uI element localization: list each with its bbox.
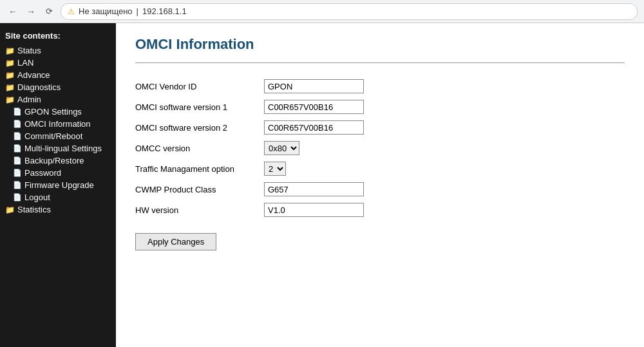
sidebar-item-label: Password (24, 168, 61, 178)
sidebar-item-commit-reboot[interactable]: 📄 Commit/Reboot (0, 130, 116, 142)
sidebar-item-logout[interactable]: 📄 Logout (0, 191, 116, 203)
hw-version-input[interactable] (264, 203, 364, 217)
field-label-hw-version: HW version (135, 200, 264, 220)
folder-icon: 📁 (5, 46, 15, 55)
sidebar-item-label: GPON Settings (24, 107, 82, 117)
table-row: HW version (135, 200, 370, 220)
file-icon: 📄 (13, 156, 22, 165)
table-row: OMCI software version 2 (135, 117, 370, 138)
traffic-management-select[interactable]: 2 (264, 162, 286, 176)
sidebar-item-label: OMCI Information (24, 119, 91, 129)
sidebar-item-firmware-upgrade[interactable]: 📄 Firmware Upgrade (0, 179, 116, 191)
page-container: Site contents: 📁 Status 📁 LAN 📁 Advance … (0, 23, 644, 347)
sidebar-item-label: Status (17, 46, 41, 55)
apply-changes-container: Apply Changes (135, 220, 625, 250)
omci-sw-version2-input[interactable] (264, 120, 364, 135)
sidebar-item-label: Diagnostics (17, 82, 61, 92)
file-icon: 📄 (13, 132, 22, 140)
field-label-omci-sw-v2: OMCI software version 2 (135, 117, 264, 138)
sidebar-item-multilingual[interactable]: 📄 Multi-lingual Settings (0, 142, 116, 155)
reload-button[interactable]: ⟳ (43, 5, 55, 18)
table-row: OMCC version 0x80 (135, 138, 370, 158)
table-row: CWMP Product Class (135, 179, 370, 200)
address-separator: | (137, 6, 138, 16)
table-row: Traffic Managament option 2 (135, 158, 370, 179)
sidebar-item-password[interactable]: 📄 Password (0, 167, 116, 179)
folder-icon: 📁 (5, 205, 15, 214)
sidebar-item-statistics[interactable]: 📁 Statistics (0, 203, 116, 216)
address-url[interactable]: 192.168.1.1 (142, 6, 187, 16)
folder-icon: 📁 (5, 59, 15, 68)
sidebar-item-label: LAN (17, 58, 33, 68)
file-icon: 📄 (13, 169, 22, 177)
folder-icon: 📁 (5, 71, 15, 80)
sidebar-title: Site contents: (0, 28, 116, 44)
sidebar-item-advance[interactable]: 📁 Advance (0, 69, 116, 81)
sidebar-item-label: Admin (17, 95, 41, 104)
sidebar-item-label: Commit/Reboot (24, 131, 82, 141)
sidebar-item-admin[interactable]: 📁 Admin (0, 93, 116, 106)
table-row: OMCI software version 1 (135, 97, 370, 117)
cwmp-product-class-input[interactable] (264, 182, 364, 196)
address-bar: ⚠ Не защищено | 192.168.1.1 (61, 3, 638, 20)
sidebar: Site contents: 📁 Status 📁 LAN 📁 Advance … (0, 23, 116, 347)
folder-icon: 📁 (5, 95, 15, 104)
file-icon: 📄 (13, 144, 22, 153)
security-warning-icon: ⚠ (68, 7, 75, 16)
sidebar-item-label: Statistics (17, 205, 51, 214)
main-content: OMCI Information OMCI Vendor ID OMCI sof… (116, 23, 644, 347)
form-table: OMCI Vendor ID OMCI software version 1 O… (135, 76, 370, 220)
sidebar-item-gpon-settings[interactable]: 📄 GPON Settings (0, 106, 116, 118)
sidebar-item-backup-restore[interactable]: 📄 Backup/Restore (0, 155, 116, 167)
omcc-version-select[interactable]: 0x80 (264, 141, 299, 155)
divider (135, 62, 625, 63)
sidebar-item-label: Logout (24, 192, 50, 202)
forward-button[interactable]: → (24, 5, 37, 18)
sidebar-item-label: Advance (17, 70, 50, 80)
apply-changes-button[interactable]: Apply Changes (135, 233, 216, 250)
sidebar-item-omci-information[interactable]: 📄 OMCI Information (0, 118, 116, 130)
file-icon: 📄 (13, 181, 22, 189)
browser-chrome: ← → ⟳ ⚠ Не защищено | 192.168.1.1 (0, 0, 644, 23)
sidebar-item-lan[interactable]: 📁 LAN (0, 57, 116, 69)
folder-icon: 📁 (5, 83, 15, 92)
back-button[interactable]: ← (6, 5, 19, 18)
sidebar-item-label: Firmware Upgrade (24, 180, 94, 190)
field-label-cwmp-product-class: CWMP Product Class (135, 179, 264, 200)
sidebar-item-status[interactable]: 📁 Status (0, 44, 116, 57)
sidebar-item-label: Backup/Restore (24, 156, 84, 165)
file-icon: 📄 (13, 108, 22, 116)
page-title: OMCI Information (135, 36, 625, 53)
sidebar-item-diagnostics[interactable]: 📁 Diagnostics (0, 81, 116, 93)
field-label-omci-vendor-id: OMCI Vendor ID (135, 76, 264, 97)
omci-vendor-id-input[interactable] (264, 79, 364, 93)
field-label-omci-sw-v1: OMCI software version 1 (135, 97, 264, 117)
sidebar-item-label: Multi-lingual Settings (24, 144, 102, 153)
field-label-traffic-mgmt: Traffic Managament option (135, 158, 264, 179)
file-icon: 📄 (13, 120, 22, 128)
table-row: OMCI Vendor ID (135, 76, 370, 97)
file-icon: 📄 (13, 193, 22, 202)
security-warning-text: Не защищено (79, 6, 133, 16)
omci-sw-version1-input[interactable] (264, 100, 364, 114)
field-label-omcc-version: OMCC version (135, 138, 264, 158)
